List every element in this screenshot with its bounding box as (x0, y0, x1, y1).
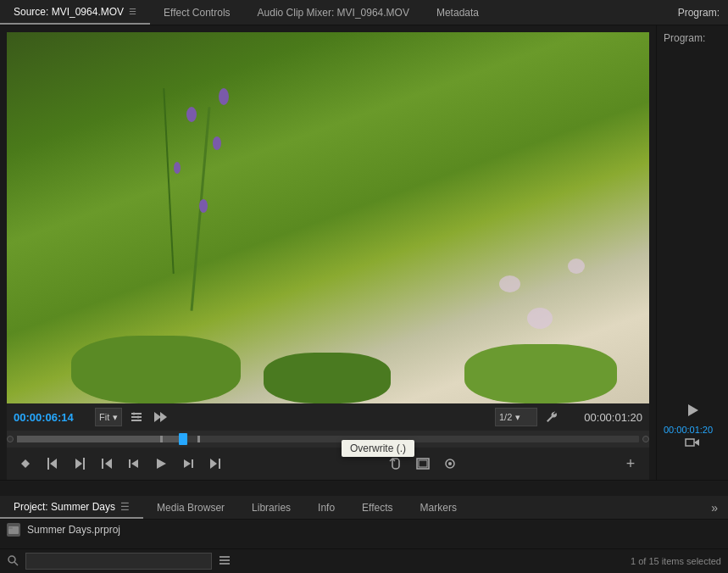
svg-marker-13 (75, 459, 82, 469)
svg-marker-19 (184, 459, 191, 468)
tab-libraries[interactable]: Libraries (238, 496, 304, 519)
svg-rect-2 (131, 420, 142, 421)
add-button[interactable]: + (619, 452, 642, 476)
svg-rect-31 (8, 527, 13, 529)
go-to-out-icon (209, 458, 221, 470)
project-menu-icon[interactable]: ☰ (120, 501, 130, 513)
play-button[interactable] (149, 452, 173, 476)
tab-info-label: Info (318, 502, 335, 514)
bottom-tab-right: » (708, 499, 728, 516)
scrubber-thumb[interactable] (179, 433, 187, 445)
go-to-in-button[interactable] (95, 452, 119, 476)
tab-media-browser-label: Media Browser (157, 502, 225, 514)
controls-bar: 00:00:06:14 Fit ▾ (7, 403, 649, 431)
svg-marker-11 (50, 459, 57, 469)
in-point-icon (47, 457, 58, 470)
wrench-icon (546, 411, 558, 423)
export-frame-icon (444, 458, 456, 470)
tab-info[interactable]: Info (304, 496, 348, 519)
search-icon (7, 554, 19, 566)
tab-metadata-label: Metadata (436, 7, 479, 19)
loop-icon (389, 458, 403, 470)
timecode-left[interactable]: 00:00:06:14 (14, 411, 90, 424)
bottom-panel: Overwrite (.) Project: Summer Days ☰ Med… (0, 480, 728, 573)
fraction-select[interactable]: 1/2 ▾ (495, 408, 537, 426)
go-to-in-icon (101, 458, 113, 470)
svg-rect-10 (47, 458, 49, 470)
list-view-button[interactable] (219, 554, 231, 569)
source-menu-icon[interactable]: ☰ (129, 7, 136, 16)
scrubber-handle-right[interactable] (197, 436, 200, 442)
top-tab-bar: Source: MVI_0964.MOV ☰ Effect Controls A… (0, 0, 728, 25)
bush-decoration (264, 353, 391, 403)
insert-overwrite-icon (685, 436, 700, 449)
svg-rect-35 (220, 559, 230, 561)
svg-marker-7 (154, 412, 161, 422)
bush-decoration (71, 336, 241, 403)
go-to-out-button[interactable] (203, 452, 227, 476)
play-right-icon (686, 403, 699, 417)
right-panel: Program: 00:00:01:20 (657, 25, 728, 480)
timecode-right: 00:00:01:20 (566, 411, 642, 424)
out-point-button[interactable] (68, 452, 92, 476)
tab-effect-controls[interactable]: Effect Controls (150, 0, 243, 25)
tab-media-browser[interactable]: Media Browser (143, 496, 238, 519)
svg-marker-27 (688, 404, 698, 416)
scrubber-dot-left (7, 436, 14, 442)
svg-rect-36 (220, 563, 230, 565)
tab-markers[interactable]: Markers (407, 496, 470, 519)
tab-source-label: Source: MVI_0964.MOV (14, 6, 124, 18)
export-settings-button[interactable] (127, 409, 146, 425)
fit-dropdown[interactable]: Fit ▾ (95, 408, 122, 426)
project-search-bar: 1 of 15 items selected (0, 548, 728, 573)
forward-button[interactable] (151, 410, 171, 424)
in-point-button[interactable] (41, 452, 64, 476)
svg-marker-8 (160, 412, 167, 422)
fraction-value: 1/2 (499, 412, 512, 422)
tab-effect-controls-label: Effect Controls (164, 7, 230, 19)
scrubber-handle-left[interactable] (160, 436, 163, 442)
tab-project[interactable]: Project: Summer Days ☰ (0, 496, 143, 519)
transport-bar: + (7, 448, 649, 480)
wrench-button[interactable] (542, 409, 561, 425)
svg-rect-28 (686, 439, 694, 446)
bush-decoration (464, 344, 617, 403)
step-back-icon (128, 458, 140, 470)
export-frame-button[interactable] (438, 452, 462, 476)
expand-panel-button[interactable]: » (708, 499, 721, 516)
add-marker-button[interactable] (14, 452, 37, 476)
flower-decoration (219, 88, 229, 105)
svg-rect-34 (220, 556, 230, 558)
project-file-name: Summer Days.prproj (27, 524, 120, 536)
safe-margins-button[interactable] (411, 452, 435, 476)
tab-source[interactable]: Source: MVI_0964.MOV ☰ (0, 0, 150, 25)
svg-rect-24 (419, 460, 427, 467)
tab-audio-clip-mixer[interactable]: Audio Clip Mixer: MVI_0964.MOV (244, 0, 423, 25)
play-right-button[interactable] (681, 398, 704, 422)
svg-marker-29 (694, 439, 699, 446)
video-preview (7, 32, 649, 403)
step-forward-icon (182, 458, 194, 470)
search-input[interactable] (25, 553, 212, 570)
step-back-button[interactable] (122, 452, 146, 476)
stem-decoration (163, 88, 174, 274)
overwrite-tooltip: Overwrite (.) (342, 440, 414, 457)
program-label-area: Program: (678, 7, 728, 19)
svg-point-26 (448, 462, 452, 465)
scrubber-track[interactable] (17, 436, 639, 442)
bottom-tabs: Project: Summer Days ☰ Media Browser Lib… (0, 496, 728, 520)
video-frame (7, 32, 649, 403)
svg-rect-12 (83, 458, 85, 470)
svg-rect-21 (219, 459, 220, 469)
tab-metadata[interactable]: Metadata (423, 0, 492, 25)
tab-effects[interactable]: Effects (348, 496, 406, 519)
svg-point-32 (8, 556, 15, 563)
svg-rect-1 (131, 416, 142, 418)
items-count: 1 of 15 items selected (631, 556, 721, 566)
fit-label: Fit (99, 412, 109, 422)
scrubber-area[interactable] (7, 431, 649, 448)
fraction-chevron: ▾ (515, 412, 520, 423)
step-forward-button[interactable] (176, 452, 200, 476)
search-button[interactable] (7, 554, 19, 569)
svg-marker-16 (131, 459, 138, 468)
